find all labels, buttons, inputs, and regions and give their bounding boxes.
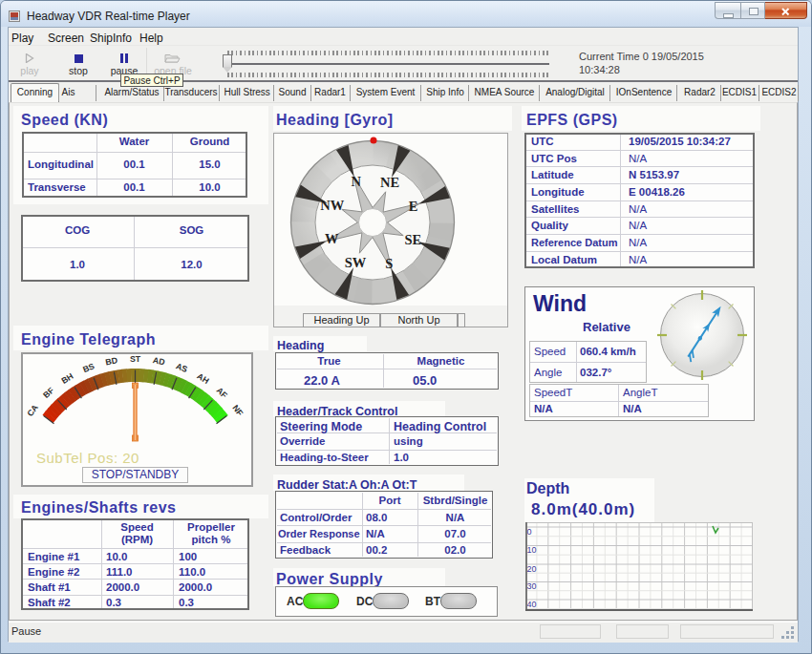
svg-text:W: W xyxy=(325,231,339,246)
svg-text:N: N xyxy=(352,174,362,189)
svg-text:AH: AH xyxy=(195,371,210,386)
svg-text:ST: ST xyxy=(130,354,141,364)
svg-text:BD: BD xyxy=(105,355,118,367)
svg-text:0: 0 xyxy=(527,527,532,537)
svg-text:BF: BF xyxy=(41,385,56,400)
svg-text:30: 30 xyxy=(527,581,537,591)
svg-text:NF: NF xyxy=(230,403,245,418)
svg-text:AS: AS xyxy=(175,361,189,374)
svg-text:SW: SW xyxy=(345,255,367,270)
svg-text:AD: AD xyxy=(152,355,165,367)
svg-text:40: 40 xyxy=(527,600,537,609)
svg-text:AF: AF xyxy=(215,386,230,401)
svg-text:BS: BS xyxy=(81,361,96,374)
svg-text:10: 10 xyxy=(527,545,537,555)
svg-text:BH: BH xyxy=(59,371,75,386)
svg-text:NW: NW xyxy=(320,198,344,213)
svg-text:E: E xyxy=(409,199,418,214)
svg-text:SE: SE xyxy=(404,232,421,247)
svg-text:S: S xyxy=(385,256,393,271)
svg-text:NE: NE xyxy=(380,175,399,190)
svg-text:CA: CA xyxy=(25,402,40,418)
svg-text:20: 20 xyxy=(527,564,537,574)
